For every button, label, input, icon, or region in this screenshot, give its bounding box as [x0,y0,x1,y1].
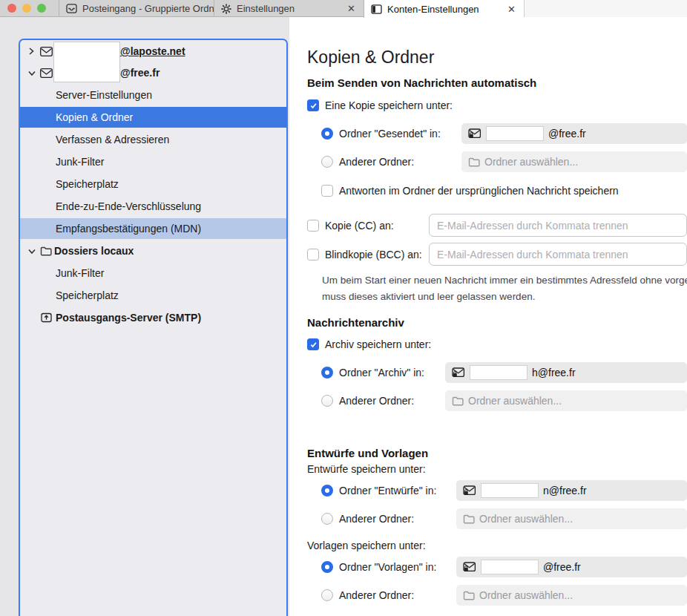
sidebar-item-label: Dossiers locaux [54,245,134,257]
tab-label: Konten-Einstellungen [387,4,479,15]
radio-label[interactable]: Ordner "Archiv" in: [339,367,424,379]
drafts-other-dropdown[interactable]: Ordner auswählen... [456,508,687,529]
tab-bar: Posteingang - Gruppierte Ordne Einstellu… [0,0,687,17]
sidebar-item-server-settings[interactable]: Server-Einstellungen [20,85,286,105]
radio-label[interactable]: Anderer Ordner: [339,513,414,525]
account-name: @laposte.net [120,45,185,57]
cc-input[interactable] [429,214,687,237]
sent-folder-dropdown[interactable]: @free.fr [461,123,687,144]
archive-folder-radio[interactable] [321,367,333,379]
chevron-right-icon[interactable] [28,47,34,55]
drafts-other-radio[interactable] [321,513,333,525]
dropdown-value: Ordner auswählen... [484,156,578,168]
dropdown-value: Ordner auswählen... [479,589,573,601]
chevron-down-icon[interactable] [28,248,36,255]
mail-lock-icon [463,485,476,496]
chevron-down-icon[interactable] [28,70,36,76]
dropdown-value: @free.fr [548,128,586,140]
sidebar-item-label: Empfangsbestätigungen (MDN) [56,223,201,235]
sidebar-item-return-receipts[interactable]: Empfangsbestätigungen (MDN) [20,218,286,239]
radio-label[interactable]: Ordner "Entwürfe" in: [339,485,436,497]
folder-icon [40,246,52,256]
sidebar-item-junk-filter-local[interactable]: Junk-Filter [20,263,286,284]
sent-folder-row: Ordner "Gesendet" in: @free.fr [321,123,687,144]
redaction-box [53,42,120,82]
window-content: @laposte.net @free.fr Server-Einstellung… [0,17,687,616]
drafts-folder-dropdown[interactable]: n@free.fr [456,480,687,501]
mail-account-icon [40,68,53,78]
sidebar-item-e2e-encryption[interactable]: Ende-zu-Ende-Verschlüsselung [20,196,286,217]
drafts-folder-radio[interactable] [321,485,333,497]
save-replies-checkbox[interactable] [321,185,333,197]
sidebar-item-label: Junk-Filter [56,267,104,279]
radio-label[interactable]: Anderer Ordner: [339,156,414,168]
save-copy-checkbox[interactable] [307,99,319,111]
folder-icon [468,157,480,167]
bcc-row: Blindkopie (BCC) an: [307,243,687,266]
other-folder-row: Anderer Ordner: Ordner auswählen... [321,151,687,172]
checkbox-label[interactable]: Blindkopie (BCC) an: [325,249,422,261]
radio-label[interactable]: Anderer Ordner: [339,589,414,601]
sent-folder-radio[interactable] [321,128,333,140]
inbox-icon [66,4,77,13]
minimize-window-button[interactable] [22,4,31,13]
templates-other-dropdown[interactable]: Ordner auswählen... [456,585,687,606]
radio-label[interactable]: Ordner "Vorlagen" in: [339,561,436,573]
hint-text: Um beim Start einer neuen Nachricht imme… [322,275,687,286]
templates-save-label: Vorlagen speichern unter: [307,540,426,551]
sidebar-item-disk-space[interactable]: Speicherplatz [20,174,286,194]
sidebar-item-label: Verfassen & Adressieren [56,134,169,145]
tab-label: Einstellungen [237,3,295,14]
archive-other-row: Anderer Ordner: Ordner auswählen... [321,390,687,411]
sidebar-item-junk-filter[interactable]: Junk-Filter [20,151,286,172]
cc-row: Kopie (CC) an: [307,214,687,237]
archive-other-dropdown[interactable]: Ordner auswählen... [445,390,687,411]
tab-settings[interactable]: Einstellungen ✕ [214,0,364,17]
checkbox-label[interactable]: Archiv speichern unter: [325,338,431,350]
radio-label[interactable]: Anderer Ordner: [339,395,414,407]
archive-save-checkbox[interactable] [307,338,319,350]
tab-bar-spacer [524,0,687,17]
traffic-lights [7,4,46,13]
account-settings-icon [371,4,382,14]
section-heading-send: Beim Senden von Nachrichten automatisch [307,76,536,89]
templates-folder-radio[interactable] [321,561,333,573]
bcc-input[interactable] [429,243,687,266]
section-heading-archive: Nachrichtenarchiv [307,316,404,329]
cc-checkbox[interactable] [307,220,319,232]
other-folder-radio[interactable] [321,156,333,168]
tab-inbox[interactable]: Posteingang - Gruppierte Ordne [59,0,214,17]
archive-folder-dropdown[interactable]: h@free.fr [445,362,687,383]
sidebar-item-label: Ende-zu-Ende-Verschlüsselung [56,200,201,212]
bcc-checkbox[interactable] [307,249,319,261]
other-folder-dropdown[interactable]: Ordner auswählen... [461,151,687,172]
archive-other-radio[interactable] [321,395,333,407]
zoom-window-button[interactable] [37,4,46,13]
close-window-button[interactable] [7,4,16,13]
dropdown-value: @free.fr [543,561,581,573]
sidebar-item-disk-space-local[interactable]: Speicherplatz [20,285,286,306]
close-icon[interactable]: ✕ [506,4,517,14]
sidebar-item-composition-addressing[interactable]: Verfassen & Adressieren [20,129,286,150]
copies-folders-pane: Kopien & Ordner Beim Senden von Nachrich… [289,17,687,616]
sidebar-item-label: Postausgangs-Server (SMTP) [56,312,201,324]
sidebar-item-outgoing-server[interactable]: Postausgangs-Server (SMTP) [20,307,286,328]
account-sidebar: @laposte.net @free.fr Server-Einstellung… [0,17,289,616]
radio-label[interactable]: Ordner "Gesendet" in: [339,128,441,140]
sidebar-item-copies-folders[interactable]: Kopien & Ordner [20,107,286,128]
checkbox-label[interactable]: Kopie (CC) an: [325,220,394,232]
checkbox-label[interactable]: Eine Kopie speichern unter: [325,99,453,111]
templates-other-radio[interactable] [321,589,333,601]
sidebar-item-local-folders[interactable]: Dossiers locaux [20,240,286,261]
dropdown-value: h@free.fr [532,367,576,379]
tab-account-settings[interactable]: Konten-Einstellungen ✕ [364,0,524,18]
checkbox-label[interactable]: Antworten im Ordner der ursprünglichen N… [339,185,619,197]
redaction-box [481,560,539,574]
redaction-box [470,365,527,380]
templates-folder-dropdown[interactable]: @free.fr [456,557,687,577]
close-icon[interactable]: ✕ [346,4,357,13]
redaction-box [481,483,539,498]
folder-icon [452,396,464,406]
sidebar-item-label: Speicherplatz [56,178,119,190]
dropdown-value: n@free.fr [543,485,587,497]
